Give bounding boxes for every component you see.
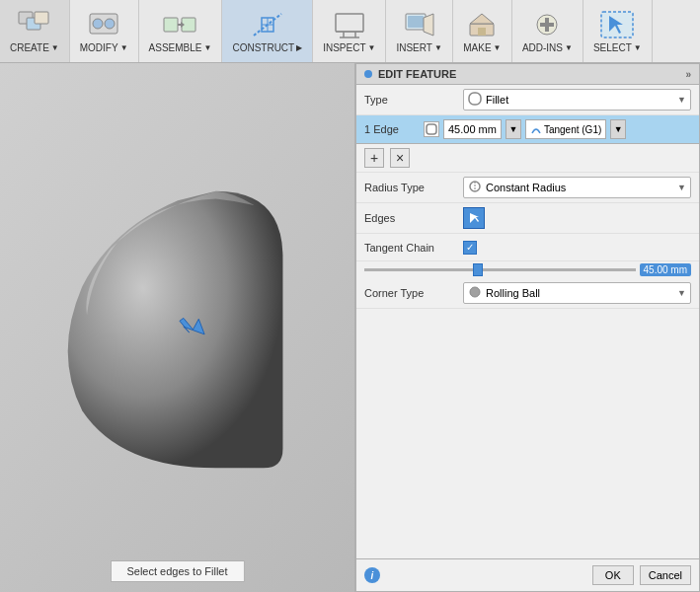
tangent-badge: Tangent (G1) xyxy=(525,119,606,139)
toolbar-create-label: CREATE ▼ xyxy=(10,42,59,53)
slider-track[interactable] xyxy=(364,268,636,271)
add-button[interactable]: + xyxy=(364,148,384,168)
toolbar-select-label: SELECT ▼ xyxy=(593,42,642,53)
toolbar-make-label: MAKE ▼ xyxy=(463,42,501,53)
remove-button[interactable]: × xyxy=(390,148,410,168)
info-icon[interactable]: i xyxy=(364,567,380,583)
edge-type-icon xyxy=(424,121,439,137)
tangent-chain-control: ✓ xyxy=(463,241,691,255)
radius-type-value: Constant Radius xyxy=(486,182,566,193)
status-message: Select edges to Fillet xyxy=(126,565,227,577)
type-row: Type Fillet ▼ xyxy=(356,85,699,115)
assemble-icon xyxy=(162,9,197,40)
corner-type-control: Rolling Ball ▼ xyxy=(463,282,691,304)
corner-type-select[interactable]: Rolling Ball ▼ xyxy=(463,282,691,304)
toolbar-modify-label: MODIFY ▼ xyxy=(80,42,128,53)
corner-type-label: Corner Type xyxy=(364,287,463,299)
toolbar-create[interactable]: CREATE ▼ xyxy=(0,0,70,62)
tangent-chain-label: Tangent Chain xyxy=(364,242,463,254)
toolbar-addins-label: ADD-INS ▼ xyxy=(522,42,573,53)
svg-rect-32 xyxy=(469,93,481,105)
fillet-icon xyxy=(468,92,482,108)
svg-rect-24 xyxy=(478,28,486,36)
expand-button[interactable]: » xyxy=(685,69,691,80)
tangent-chain-checkbox[interactable]: ✓ xyxy=(463,241,477,255)
dialog-title: EDIT FEATURE xyxy=(378,68,456,80)
toolbar-modify[interactable]: MODIFY ▼ xyxy=(70,0,139,62)
add-remove-row: + × xyxy=(356,144,699,173)
tangent-chain-row: Tangent Chain ✓ xyxy=(356,234,699,261)
svg-marker-21 xyxy=(424,14,433,36)
corner-type-value: Rolling Ball xyxy=(486,287,540,299)
insert-icon xyxy=(402,9,437,40)
radius-type-control: Constant Radius ▼ xyxy=(463,177,691,198)
edge-value[interactable]: 45.00 mm xyxy=(443,119,502,139)
svg-point-4 xyxy=(93,19,103,29)
edges-row: Edges xyxy=(356,203,699,234)
right-panel: EDIT FEATURE » Type Fil xyxy=(354,63,700,592)
type-select[interactable]: Fillet ▼ xyxy=(463,89,691,111)
bottom-row: i OK Cancel xyxy=(356,558,699,591)
toolbar-addins[interactable]: ADD-INS ▼ xyxy=(512,0,583,62)
inspect-icon xyxy=(332,9,367,40)
rolling-ball-icon xyxy=(468,285,482,301)
svg-rect-6 xyxy=(164,18,178,32)
slider-value: 45.00 mm xyxy=(640,263,691,276)
edge-controls: 45.00 mm ▼ Tangent (G1) ▼ xyxy=(424,119,691,139)
select-icon xyxy=(599,9,635,40)
tangent-dropdown-button[interactable]: ▼ xyxy=(610,119,626,139)
toolbar-select[interactable]: SELECT ▼ xyxy=(583,0,653,62)
toolbar-insert-label: INSERT ▼ xyxy=(396,42,441,53)
canvas[interactable]: RIGHT Z Select edges to Fillet xyxy=(0,63,354,592)
ok-button[interactable]: OK xyxy=(592,565,634,585)
type-control: Fillet ▼ xyxy=(463,89,691,111)
svg-marker-23 xyxy=(470,14,494,24)
spacer xyxy=(356,309,699,558)
type-value: Fillet xyxy=(486,94,508,106)
toolbar-assemble[interactable]: ASSEMBLE ▼ xyxy=(139,0,223,62)
make-icon xyxy=(464,9,500,40)
status-bar: Select edges to Fillet xyxy=(110,560,244,582)
corner-select-arrow: ▼ xyxy=(677,288,686,298)
edge-dropdown-button[interactable]: ▼ xyxy=(506,119,521,139)
constant-radius-icon xyxy=(468,180,482,195)
svg-rect-33 xyxy=(427,124,436,134)
type-select-arrow: ▼ xyxy=(677,95,686,105)
toolbar-construct-label: CONSTRUCT ▶ xyxy=(232,42,302,53)
tangent-label: Tangent (G1) xyxy=(544,124,601,135)
slider-container: 45.00 mm xyxy=(356,261,699,278)
radius-type-label: Radius Type xyxy=(364,182,463,193)
dialog-header: EDIT FEATURE » xyxy=(356,64,699,85)
edit-feature-dialog: EDIT FEATURE » Type Fil xyxy=(355,63,700,592)
radius-type-row: Radius Type Constant Radius xyxy=(356,173,699,203)
toolbar-inspect[interactable]: INSPECT ▼ xyxy=(313,0,386,62)
toolbar-construct[interactable]: CONSTRUCT ▶ xyxy=(222,0,313,62)
main-area: RIGHT Z Select edges to Fillet EDIT FEAT… xyxy=(0,63,700,592)
3d-shape xyxy=(59,182,296,478)
cancel-button[interactable]: Cancel xyxy=(640,565,691,585)
svg-rect-14 xyxy=(336,14,363,32)
header-dot xyxy=(364,70,372,78)
svg-rect-20 xyxy=(408,16,424,28)
create-icon xyxy=(17,9,52,40)
toolbar-make[interactable]: MAKE ▼ xyxy=(453,0,512,62)
radius-select-arrow: ▼ xyxy=(677,183,686,192)
edges-label: Edges xyxy=(364,212,463,224)
modify-icon xyxy=(86,9,121,40)
toolbar: CREATE ▼ MODIFY ▼ ASSEMBLE xyxy=(0,0,700,63)
svg-point-37 xyxy=(470,287,480,297)
edges-select-button[interactable] xyxy=(463,207,485,229)
edge-label: 1 Edge xyxy=(364,123,424,135)
toolbar-insert[interactable]: INSERT ▼ xyxy=(386,0,452,62)
slider-thumb[interactable] xyxy=(473,263,483,276)
toolbar-inspect-label: INSPECT ▼ xyxy=(323,42,375,53)
addins-icon xyxy=(529,9,565,40)
svg-rect-2 xyxy=(35,12,48,24)
svg-point-5 xyxy=(105,19,115,29)
edges-control xyxy=(463,207,691,229)
svg-rect-27 xyxy=(540,23,554,27)
type-label: Type xyxy=(364,94,463,106)
corner-type-row: Corner Type Rolling Ball ▼ xyxy=(356,278,699,309)
radius-type-select[interactable]: Constant Radius ▼ xyxy=(463,177,691,198)
toolbar-assemble-label: ASSEMBLE ▼ xyxy=(149,42,212,53)
